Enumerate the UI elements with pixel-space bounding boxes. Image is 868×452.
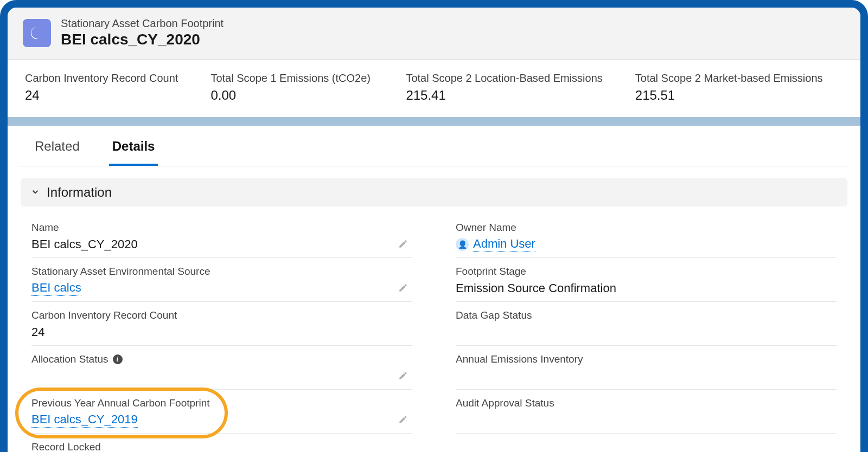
app-frame: Stationary Asset Carbon Footprint BEI ca… <box>0 0 868 452</box>
metric-value: 0.00 <box>210 88 373 103</box>
metric-value: 215.51 <box>635 88 823 103</box>
field-allocation-status: Allocation Status i <box>31 346 412 390</box>
field-value <box>456 369 837 384</box>
field-footprint-stage: Footprint Stage Emission Source Confirma… <box>456 258 837 302</box>
field-label: Owner Name <box>456 222 837 234</box>
info-icon[interactable]: i <box>113 354 123 364</box>
field-value: Emission Source Confirmation <box>456 281 837 296</box>
section-title: Information <box>47 185 112 200</box>
metric-label: Carbon Inventory Record Count <box>25 72 178 85</box>
owner-link[interactable]: Admin User <box>473 237 535 252</box>
field-label: Carbon Inventory Record Count <box>31 309 412 321</box>
record-header-text: Stationary Asset Carbon Footprint BEI ca… <box>61 17 224 48</box>
field-value <box>456 412 837 428</box>
field-value: BEI calcs_CY_2020 <box>31 237 412 252</box>
field-env-source: Stationary Asset Environmental Source BE… <box>31 258 412 302</box>
field-prev-year-footprint: Previous Year Annual Carbon Footprint BE… <box>31 390 412 434</box>
field-name: Name BEI calcs_CY_2020 <box>31 214 412 258</box>
field-label: Annual Emissions Inventory <box>456 353 837 365</box>
tab-bar: Related Details <box>18 126 850 166</box>
field-value <box>31 369 412 384</box>
field-label: Data Gap Status <box>456 309 837 321</box>
env-source-link[interactable]: BEI calcs <box>31 281 81 296</box>
metric-value: 215.41 <box>406 88 602 103</box>
metric-scope1: Total Scope 1 Emissions (tCO2e) 0.00 <box>210 72 373 103</box>
fields-grid: Name BEI calcs_CY_2020 Owner Name 👤 Admi… <box>18 206 850 452</box>
label-text: Allocation Status <box>31 353 108 365</box>
field-value: 24 <box>31 325 412 340</box>
metrics-row: Carbon Inventory Record Count 24 Total S… <box>8 60 860 117</box>
record-title: BEI calcs_CY_2020 <box>61 31 224 48</box>
prev-year-link[interactable]: BEI calcs_CY_2019 <box>31 412 138 428</box>
field-empty <box>456 434 837 452</box>
field-annual-inventory: Annual Emissions Inventory <box>456 346 837 390</box>
field-record-locked: Record Locked <box>31 434 412 452</box>
metric-label: Total Scope 2 Location-Based Emissions <box>406 72 602 85</box>
edit-icon[interactable] <box>398 283 408 295</box>
edit-icon[interactable] <box>398 239 408 251</box>
field-value: BEI calcs_CY_2019 <box>31 412 412 428</box>
record-header: Stationary Asset Carbon Footprint BEI ca… <box>8 8 860 60</box>
edit-icon[interactable] <box>398 415 408 427</box>
field-label: Name <box>31 222 412 234</box>
field-label: Previous Year Annual Carbon Footprint <box>31 397 412 409</box>
metric-scope2-location: Total Scope 2 Location-Based Emissions 2… <box>406 72 602 103</box>
field-value <box>456 325 837 340</box>
field-owner-name: Owner Name 👤 Admin User <box>456 214 837 258</box>
tab-related[interactable]: Related <box>31 126 83 166</box>
avatar: 👤 <box>456 238 469 251</box>
section-information-header[interactable]: Information <box>21 178 847 206</box>
record-type-label: Stationary Asset Carbon Footprint <box>61 17 224 30</box>
metric-label: Total Scope 1 Emissions (tCO2e) <box>210 72 373 85</box>
metric-label: Total Scope 2 Market-based Emissions <box>635 72 823 85</box>
field-inventory-count: Carbon Inventory Record Count 24 <box>31 302 412 346</box>
separator-band <box>8 117 860 126</box>
chevron-down-icon <box>30 185 40 200</box>
metric-scope2-market: Total Scope 2 Market-based Emissions 215… <box>635 72 823 103</box>
edit-icon[interactable] <box>398 371 408 383</box>
field-label: Footprint Stage <box>456 266 837 277</box>
field-value: BEI calcs <box>31 281 412 296</box>
field-label: Record Locked <box>31 441 412 452</box>
field-label: Allocation Status i <box>31 353 412 365</box>
record-type-icon <box>23 19 51 47</box>
field-data-gap: Data Gap Status <box>456 302 837 346</box>
field-value: 👤 Admin User <box>456 237 837 252</box>
metric-value: 24 <box>25 88 178 103</box>
detail-panel: Related Details Information Name BEI cal… <box>8 126 860 452</box>
field-audit-approval: Audit Approval Status <box>456 390 837 434</box>
field-label: Audit Approval Status <box>456 397 837 409</box>
tab-details[interactable]: Details <box>109 126 158 166</box>
metric-carbon-inventory-count: Carbon Inventory Record Count 24 <box>25 72 178 103</box>
field-label: Stationary Asset Environmental Source <box>31 266 412 277</box>
